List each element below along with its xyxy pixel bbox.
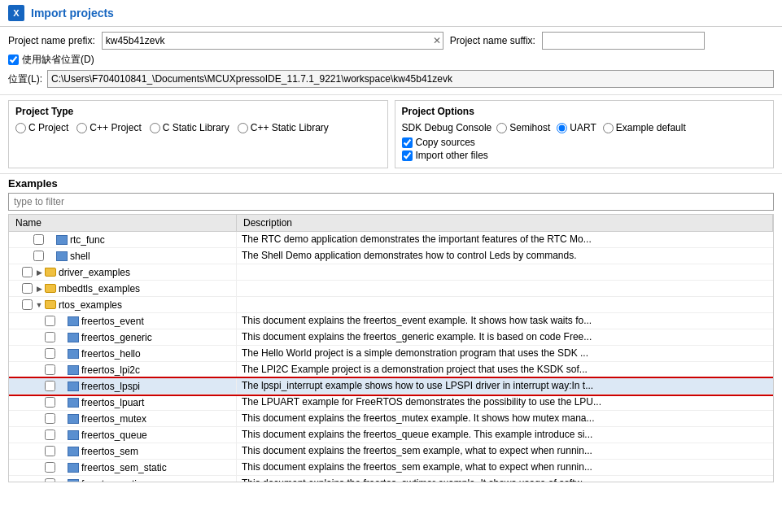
table-row[interactable]: freertos_lpspi The lpspi_interrupt examp… [9,378,773,395]
row-name-freertos-sem-static: freertos_sem_static [9,460,237,475]
table-row[interactable]: ▶ mbedtls_examples [9,281,773,297]
sdk-debug-row: SDK Debug Console Semihost UART Example … [402,122,767,133]
examples-table: Name Description rtc_func The RTC demo a… [8,214,774,482]
row-checkbox-freertos-queue[interactable] [45,430,55,440]
row-checkbox-rtc-func[interactable] [33,234,44,245]
row-checkbox-freertos-sem[interactable] [45,446,55,456]
row-checkbox-freertos-sem-static[interactable] [45,462,55,473]
prefix-input-wrapper: ✕ [102,32,443,50]
row-desc-freertos-swtimer: This document explains the freertos_swti… [237,476,773,482]
row-name-freertos-lpspi: freertos_lpspi [9,378,237,394]
row-name-mbedtls-examples: ▶ mbedtls_examples [9,281,237,296]
option-cpp-project[interactable]: C++ Project [76,122,141,133]
project-type-options: C Project C++ Project C Static Library C… [15,122,381,133]
row-checkbox-freertos-lpuart[interactable] [45,397,55,408]
row-checkbox-freertos-swtimer[interactable] [45,478,55,482]
panels-area: Project Type C Project C++ Project C Sta… [0,95,782,174]
examples-section: Examples Name Description rtc_func The R… [0,174,782,484]
project-type-panel: Project Type C Project C++ Project C Sta… [8,100,388,168]
project-type-title: Project Type [15,106,381,117]
dialog-title: Import projects [31,7,114,20]
row-name-freertos-queue: freertos_queue [9,427,237,443]
col-name-header: Name [9,215,237,231]
row-name-rtc-func: rtc_func [9,232,237,247]
row-desc-freertos-lpuart: The LPUART example for FreeRTOS demonstr… [237,395,773,410]
row-desc-freertos-sem: This document explains the freertos_sem … [237,443,773,459]
use-default-checkbox[interactable] [8,55,19,65]
option-c-static-lib[interactable]: C Static Library [150,122,229,133]
row-desc-shell: The Shell Demo application demonstrates … [237,248,773,264]
row-desc-rtos-examples [237,297,773,312]
title-bar: X Import projects [0,0,782,27]
row-desc-freertos-queue: This document explains the freertos_queu… [237,427,773,443]
col-desc-header: Description [237,215,773,231]
row-checkbox-freertos-hello[interactable] [45,348,55,359]
row-desc-freertos-generic: This document explains the freertos_gene… [237,329,773,345]
row-name-driver-examples: ▶ driver_examples [9,264,237,280]
prefix-label: Project name prefix: [8,35,95,46]
location-input[interactable] [47,70,774,88]
table-row[interactable]: freertos_mutex This document explains th… [9,411,773,427]
row-name-freertos-sem: freertos_sem [9,443,237,459]
row-checkbox-freertos-mutex[interactable] [45,413,55,424]
row-checkbox-rtos-examples[interactable] [22,299,33,310]
import-other-files-checkbox[interactable] [402,150,413,161]
row-desc-freertos-hello: The Hello World project is a simple demo… [237,346,773,361]
row-checkbox-mbedtls-examples[interactable] [22,283,33,294]
row-checkbox-freertos-lpspi[interactable] [45,381,55,391]
row-name-freertos-hello: freertos_hello [9,346,237,361]
table-row[interactable]: freertos_sem This document explains the … [9,443,773,460]
table-row[interactable]: freertos_sem_static This document explai… [9,460,773,476]
copy-sources-checkbox[interactable] [402,137,413,148]
option-c-project[interactable]: C Project [15,122,68,133]
row-name-freertos-lpuart: freertos_lpuart [9,395,237,410]
row-desc-freertos-lpi2c: The LPI2C Example project is a demonstra… [237,362,773,377]
use-default-label: 使用缺省位置(D) [22,53,94,67]
row-desc-freertos-mutex: This document explains the freertos_mute… [237,411,773,426]
copy-sources-row: Copy sources [402,137,767,148]
filter-input[interactable] [8,193,774,211]
project-options-title: Project Options [402,106,767,117]
option-cpp-static-lib[interactable]: C++ Static Library [238,122,329,133]
sdk-radios: Semihost UART Example default [496,122,686,133]
suffix-input[interactable] [542,32,705,50]
row-checkbox-freertos-lpi2c[interactable] [45,364,55,375]
row-desc-mbedtls-examples [237,281,773,296]
table-row[interactable]: freertos_lpi2c The LPI2C Example project… [9,362,773,378]
prefix-clear-button[interactable]: ✕ [431,35,443,46]
row-name-freertos-mutex: freertos_mutex [9,411,237,426]
row-desc-rtc-func: The RTC demo application demonstrates th… [237,232,773,247]
table-row[interactable]: freertos_lpuart The LPUART example for F… [9,395,773,411]
table-row[interactable]: freertos_queue This document explains th… [9,427,773,443]
import-other-files-row: Import other files [402,150,767,161]
prefix-input[interactable] [103,33,431,48]
row-desc-driver-examples [237,264,773,280]
table-row[interactable]: rtc_func The RTC demo application demons… [9,232,773,248]
table-row[interactable]: ▶ driver_examples [9,264,773,281]
examples-title: Examples [8,177,774,190]
location-label: 位置(L): [8,72,42,86]
row-name-shell: shell [9,248,237,264]
sdk-semihost[interactable]: Semihost [496,122,550,133]
form-area: Project name prefix: ✕ Project name suff… [0,27,782,95]
row-desc-freertos-event: This document explains the freertos_even… [237,313,773,329]
row-name-freertos-lpi2c: freertos_lpi2c [9,362,237,377]
row-checkbox-freertos-generic[interactable] [45,332,55,342]
table-row[interactable]: freertos_event This document explains th… [9,313,773,329]
project-options-panel: Project Options SDK Debug Console Semiho… [395,100,775,168]
row-checkbox-freertos-event[interactable] [45,316,55,326]
table-row[interactable]: ▼ rtos_examples [9,297,773,313]
row-checkbox-shell[interactable] [33,251,44,261]
table-row[interactable]: shell The Shell Demo application demonst… [9,248,773,264]
app-icon: X [8,5,24,21]
row-name-freertos-generic: freertos_generic [9,329,237,345]
table-row[interactable]: freertos_hello The Hello World project i… [9,346,773,362]
row-checkbox-driver-examples[interactable] [22,267,33,277]
copy-sources-label: Copy sources [416,137,475,148]
row-name-freertos-swtimer: freertos_swtimer [9,476,237,482]
table-row[interactable]: freertos_generic This document explains … [9,329,773,346]
table-row[interactable]: freertos_swtimer This document explains … [9,476,773,482]
sdk-uart[interactable]: UART [557,122,596,133]
row-desc-freertos-sem-static: This document explains the freertos_sem … [237,460,773,475]
sdk-example-default[interactable]: Example default [603,122,686,133]
